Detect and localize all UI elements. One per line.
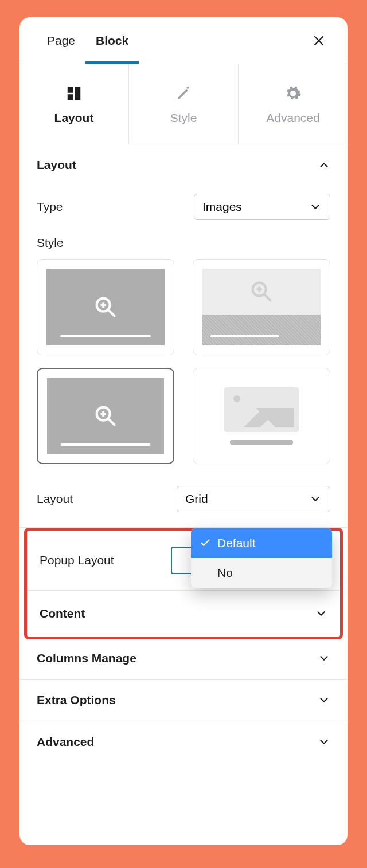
- type-label: Type: [37, 200, 63, 214]
- style-option-3[interactable]: [37, 368, 174, 464]
- style-option-4[interactable]: [193, 368, 330, 464]
- section-columns: Columns Manage: [19, 638, 348, 680]
- gear-icon: [284, 85, 302, 102]
- chevron-down-icon: [309, 201, 322, 213]
- popup-layout-dropdown: Default No: [191, 528, 332, 588]
- subtab-style[interactable]: Style: [129, 64, 239, 144]
- layout-select-value: Grid: [185, 492, 208, 506]
- field-layout: Layout Grid: [37, 478, 330, 512]
- section-extra: Extra Options: [19, 680, 348, 721]
- subtab-advanced[interactable]: Advanced: [239, 64, 348, 144]
- chevron-down-icon: [309, 493, 322, 505]
- pencil-icon: [175, 85, 192, 102]
- check-icon: [199, 537, 212, 549]
- type-select[interactable]: Images: [194, 194, 330, 220]
- section-columns-header[interactable]: Columns Manage: [19, 638, 348, 679]
- subtab-layout-label: Layout: [54, 111, 94, 125]
- chevron-down-icon: [318, 736, 330, 748]
- field-type: Type Images: [37, 186, 330, 228]
- field-popup-layout: Popup Layout Default No: [27, 531, 340, 591]
- section-layout-body: Type Images Style: [19, 186, 348, 527]
- image-placeholder-icon: [224, 387, 299, 432]
- subtab-layout[interactable]: Layout: [19, 64, 129, 144]
- svg-line-4: [108, 310, 115, 316]
- type-select-value: Images: [202, 200, 242, 214]
- section-advanced-header[interactable]: Advanced: [19, 721, 348, 763]
- svg-line-8: [264, 294, 271, 301]
- layout-label: Layout: [37, 492, 73, 506]
- style-label: Style: [37, 236, 64, 250]
- style-option-1[interactable]: [37, 259, 174, 355]
- popup-option-default[interactable]: Default: [191, 528, 332, 558]
- subtab-advanced-label: Advanced: [266, 111, 319, 125]
- section-content-header[interactable]: Content: [27, 591, 340, 637]
- block-settings-panel: Page Block Layout Style Advanced: [19, 17, 348, 845]
- section-content-title: Content: [40, 607, 85, 620]
- layout-icon: [65, 85, 83, 102]
- magnifier-icon: [92, 294, 119, 320]
- style-option-2[interactable]: [193, 259, 330, 355]
- chevron-down-icon: [318, 652, 330, 665]
- section-advanced-title: Advanced: [37, 735, 94, 749]
- popup-layout-label: Popup Layout: [40, 553, 155, 567]
- svg-rect-1: [75, 87, 80, 100]
- top-tabs: Page Block: [19, 17, 348, 64]
- svg-rect-2: [68, 94, 73, 100]
- tab-block[interactable]: Block: [85, 17, 139, 64]
- field-style: Style: [37, 228, 330, 252]
- magnifier-icon: [92, 403, 119, 429]
- magnifier-icon: [248, 278, 275, 305]
- svg-line-12: [108, 419, 115, 425]
- section-layout-header[interactable]: Layout: [19, 144, 348, 186]
- popup-option-default-label: Default: [217, 536, 256, 550]
- svg-rect-0: [68, 87, 73, 93]
- section-layout: Layout Type Images Style: [19, 144, 348, 528]
- popup-option-no[interactable]: No: [191, 558, 332, 588]
- close-icon: [312, 34, 326, 48]
- popup-option-no-label: No: [217, 566, 233, 580]
- chevron-down-icon: [318, 694, 330, 706]
- section-advanced: Advanced: [19, 721, 348, 763]
- section-columns-title: Columns Manage: [37, 651, 136, 665]
- layout-select[interactable]: Grid: [177, 486, 330, 512]
- section-layout-title: Layout: [37, 158, 76, 172]
- style-options: [37, 259, 330, 464]
- sub-tabs: Layout Style Advanced: [19, 64, 348, 144]
- subtab-style-label: Style: [170, 111, 197, 125]
- highlight-box: Popup Layout Default No Content: [24, 528, 343, 639]
- section-extra-header[interactable]: Extra Options: [19, 680, 348, 721]
- close-button[interactable]: [307, 29, 330, 52]
- chevron-up-icon: [318, 159, 330, 171]
- tab-page[interactable]: Page: [37, 17, 85, 64]
- section-extra-title: Extra Options: [37, 693, 116, 707]
- chevron-down-icon: [315, 607, 327, 620]
